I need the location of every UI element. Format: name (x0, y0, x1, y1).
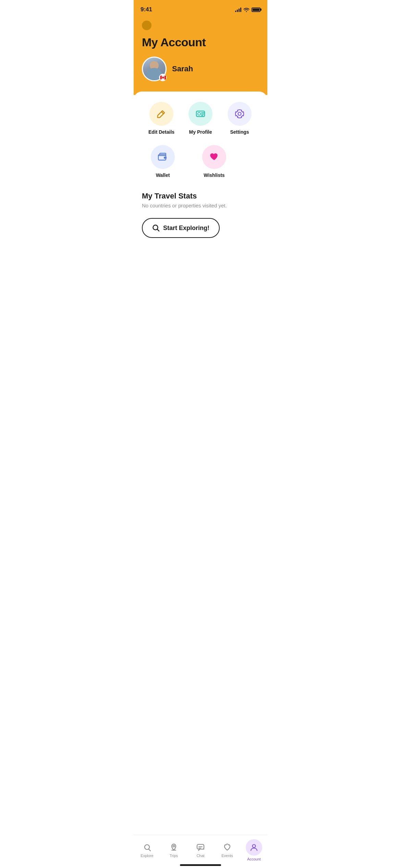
menu-row-1: Edit Details My Profile (142, 102, 259, 135)
svg-point-1 (198, 112, 200, 115)
signal-bars-icon (235, 7, 241, 12)
status-time: 9:41 (141, 6, 152, 13)
travel-stats-section: My Travel Stats No countries or properti… (142, 192, 259, 238)
user-info: 🇨🇦 Sarah (142, 57, 259, 85)
my-profile-label: My Profile (189, 129, 212, 135)
header: My Account 🇨🇦 Sarah (134, 17, 267, 95)
menu-row-2: Wallet Wishlists (142, 145, 259, 178)
wishlists-icon-circle (202, 145, 226, 169)
wallet-item[interactable]: Wallet (147, 145, 178, 178)
notification-dot (142, 21, 151, 30)
status-bar: 9:41 (134, 0, 267, 17)
travel-stats-subtitle: No countries or properties visited yet. (142, 203, 259, 208)
battery-icon (252, 8, 260, 12)
settings-icon-circle (228, 102, 252, 126)
avatar-container[interactable]: 🇨🇦 (142, 57, 167, 81)
start-exploring-button[interactable]: Start Exploring! (142, 218, 220, 238)
flag-badge: 🇨🇦 (159, 74, 167, 81)
edit-details-item[interactable]: Edit Details (146, 102, 177, 135)
start-exploring-label: Start Exploring! (163, 225, 209, 232)
wishlists-item[interactable]: Wishlists (199, 145, 230, 178)
edit-details-label: Edit Details (148, 129, 174, 135)
wifi-icon (243, 7, 250, 12)
wallet-icon-circle (151, 145, 175, 169)
wishlists-label: Wishlists (204, 172, 224, 178)
settings-label: Settings (230, 129, 249, 135)
travel-stats-title: My Travel Stats (142, 192, 259, 201)
edit-details-icon-circle (149, 102, 173, 126)
content-area: Edit Details My Profile (134, 92, 267, 297)
user-name: Sarah (172, 64, 193, 73)
svg-rect-6 (164, 157, 167, 159)
settings-item[interactable]: Settings (224, 102, 255, 135)
my-profile-icon-circle (189, 102, 212, 126)
page-title: My Account (142, 36, 259, 49)
search-icon (152, 224, 160, 232)
status-icons (235, 7, 260, 12)
my-profile-item[interactable]: My Profile (185, 102, 216, 135)
wallet-label: Wallet (156, 172, 170, 178)
